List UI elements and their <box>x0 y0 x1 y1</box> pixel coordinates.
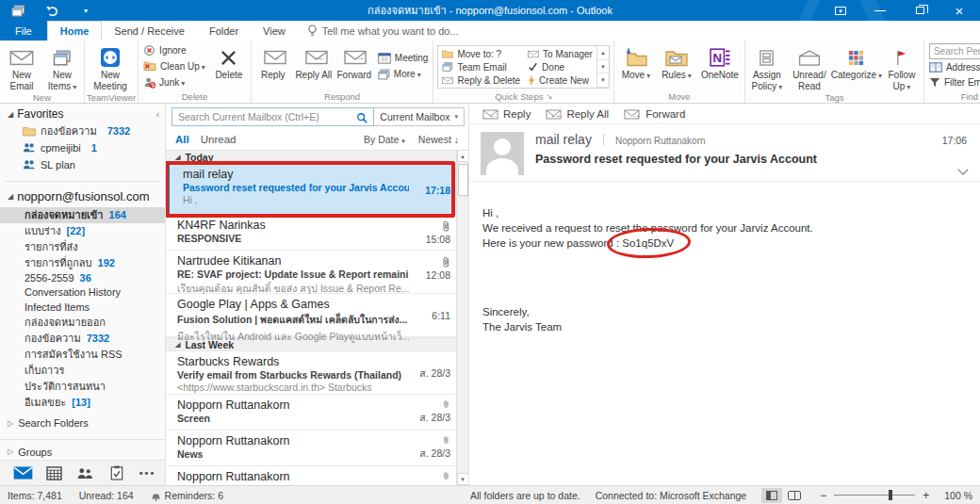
new-items-button[interactable]: New Items <box>42 42 82 91</box>
message-list-item[interactable]: Nopporn Ruttanakorn Screen ส. 28/3 <box>166 395 456 431</box>
meeting-button[interactable]: Meeting <box>378 51 429 65</box>
quick-step-team-email[interactable]: Team Email <box>442 60 520 73</box>
forward-link[interactable]: → Forward <box>624 108 685 120</box>
assign-policy-button[interactable]: Assign Policy <box>747 42 787 91</box>
tab-file[interactable]: File <box>0 21 47 41</box>
filter-unread-tab[interactable]: Unread <box>201 134 237 145</box>
ribbon-display-options-icon[interactable]: ▾ <box>833 3 848 18</box>
categorize-button[interactable]: Categorize <box>832 42 881 91</box>
quick-step-done[interactable]: Done <box>528 60 593 73</box>
tab-view[interactable]: View <box>251 21 298 41</box>
reply-all-link[interactable]: ←← Reply All <box>546 108 609 120</box>
favorite-item[interactable]: cpmeijibi 1 <box>0 139 165 156</box>
reading-view-icon[interactable] <box>784 488 805 503</box>
reply-link[interactable]: ← Reply <box>482 108 531 120</box>
tasks-nav-icon[interactable] <box>101 461 132 485</box>
message-list-item[interactable]: Nartrudee Kitikanan RE: SVAF project: Up… <box>166 251 456 294</box>
message-list-item[interactable]: Google Play | Apps & Games Fusion Soluti… <box>166 294 456 337</box>
mailbox-scope-dropdown[interactable]: Current Mailbox ▾ <box>374 107 465 126</box>
quick-step-create-new[interactable]: Create New <box>528 73 593 87</box>
quick-steps-dialog-launcher-icon[interactable]: ↘ <box>546 90 552 103</box>
folder-item-drafts[interactable]: แบบร่าง[22] <box>0 223 165 239</box>
customize-qat-icon[interactable]: ▾ <box>77 3 94 18</box>
folder-item-inbox[interactable]: กล่องจดหมายเข้า164 <box>0 207 165 223</box>
folder-item-outbox[interactable]: กล่องจดหมายออก <box>0 314 165 330</box>
quick-step-reply-delete[interactable]: Reply & Delete <box>442 73 520 87</box>
mail-nav-icon[interactable] <box>8 461 39 485</box>
folder-item-junk-email[interactable]: อีเมลขยะ[13] <box>0 394 165 410</box>
search-folders-item[interactable]: ▷ Search Folders <box>0 415 165 431</box>
scroll-up-icon[interactable]: ▲ <box>457 150 469 162</box>
unread-read-button[interactable]: Unread/ Read <box>788 42 831 91</box>
favorite-item[interactable]: SL plan <box>0 156 165 173</box>
tab-home[interactable]: Home <box>47 21 103 41</box>
quick-steps-scroll-down-icon[interactable]: ▼ <box>597 60 609 74</box>
message-list-item[interactable]: Nopporn Ruttanakorn Change language ส. 2… <box>166 466 456 485</box>
scrollbar-thumb[interactable] <box>458 164 468 196</box>
folder-item-rss[interactable]: การสมัครใช้งาน RSS <box>0 346 165 362</box>
scroll-down-icon[interactable]: ▼ <box>457 473 469 485</box>
sort-by-dropdown[interactable]: By Date ▾ <box>364 134 405 145</box>
filter-all-tab[interactable]: All <box>175 134 189 145</box>
quick-steps-scroll-up-icon[interactable]: ▲ <box>597 46 609 60</box>
zoom-out-icon[interactable]: − <box>820 489 826 502</box>
tab-send-receive[interactable]: Send / Receive <box>102 21 197 41</box>
reply-button[interactable]: ← Reply <box>253 42 293 89</box>
folder-item-sent[interactable]: รายการที่ส่ง <box>0 239 165 255</box>
favorite-item[interactable]: กองข้อความ 7332 <box>0 122 165 139</box>
folder-item-archive[interactable]: เก็บถาวร <box>0 362 165 378</box>
filter-email-button[interactable]: Filter Email <box>929 75 980 89</box>
tell-me-box[interactable]: Tell me what you want to do... <box>298 21 459 41</box>
new-meeting-button[interactable]: New Meeting <box>87 42 134 91</box>
tab-folder[interactable]: Folder <box>197 21 251 41</box>
minimize-folder-pane-icon[interactable]: ‹ <box>156 109 159 120</box>
rules-button[interactable]: Rules <box>657 42 696 89</box>
restore-icon[interactable] <box>912 3 927 18</box>
delete-button[interactable]: Delete <box>209 42 249 89</box>
undo-icon[interactable] <box>43 3 60 18</box>
quick-step-to-manager[interactable]: To Manager <box>528 47 593 60</box>
zoom-in-icon[interactable]: + <box>923 489 929 502</box>
quick-steps-more-icon[interactable]: ▼ <box>597 73 609 88</box>
message-list-item[interactable]: Starbucks Rewards Verify email from Star… <box>166 351 456 395</box>
more-respond-button[interactable]: More <box>378 67 429 81</box>
calendar-nav-icon[interactable] <box>39 461 70 485</box>
minimize-icon[interactable]: — <box>873 3 888 18</box>
sort-order-toggle[interactable]: Newest ↓ <box>418 134 459 145</box>
zoom-level[interactable]: 100 % <box>944 490 972 501</box>
search-input[interactable] <box>172 111 351 122</box>
zoom-slider[interactable] <box>834 495 915 496</box>
junk-button[interactable]: Junk <box>143 75 205 89</box>
message-list-item[interactable]: KN4RF Narinkas RESPONSIVE 15:08 <box>166 215 456 251</box>
group-header-today[interactable]: ◢ Today <box>166 150 456 164</box>
account-header[interactable]: ◢ nopporn@fusionsol.com <box>0 186 165 207</box>
folder-item-message-pile[interactable]: กองข้อความ7332 <box>0 330 165 346</box>
quick-step-move-to[interactable]: Move to: ? <box>442 47 520 60</box>
search-people-input[interactable] <box>929 43 980 59</box>
follow-up-button[interactable]: Follow Up <box>882 42 922 91</box>
message-list-scrollbar[interactable]: ▲ ▼ <box>456 150 468 485</box>
folder-item-2556-2559[interactable]: 2556-255936 <box>0 271 165 285</box>
address-book-button[interactable]: Address Book <box>929 60 980 74</box>
favorites-header[interactable]: ◢ Favorites ‹ <box>0 104 165 122</box>
move-button[interactable]: Move <box>616 42 656 89</box>
message-list-item[interactable]: Nopporn Ruttanakorn News ส. 28/3 <box>166 431 456 466</box>
groups-item[interactable]: ▷ Groups <box>0 439 165 460</box>
close-icon[interactable]: × <box>952 3 967 18</box>
folder-item-deleted[interactable]: รายการที่ถูกลบ192 <box>0 255 165 271</box>
search-icon[interactable] <box>351 110 373 122</box>
send-receive-status-icon[interactable] <box>9 3 26 18</box>
folder-item-infected-items[interactable]: Infected Items <box>0 300 165 314</box>
reply-all-button[interactable]: ←← Reply All <box>294 42 334 89</box>
new-email-button[interactable]: New Email <box>2 42 41 91</box>
clean-up-button[interactable]: Clean Up <box>143 59 205 73</box>
folder-item-conversation[interactable]: ประวัติการสนทนา <box>0 378 165 394</box>
people-nav-icon[interactable] <box>70 461 101 485</box>
ignore-button[interactable]: Ignore <box>143 43 205 57</box>
normal-view-icon[interactable] <box>761 488 782 503</box>
folder-item-conversation-history[interactable]: Conversation History <box>0 285 165 300</box>
message-list-item-selected[interactable]: mail relay Password reset requested for … <box>166 164 456 215</box>
zoom-slider-thumb[interactable] <box>889 490 892 500</box>
forward-button[interactable]: → Forward <box>335 42 374 89</box>
more-nav-icon[interactable]: ••• <box>132 461 163 485</box>
